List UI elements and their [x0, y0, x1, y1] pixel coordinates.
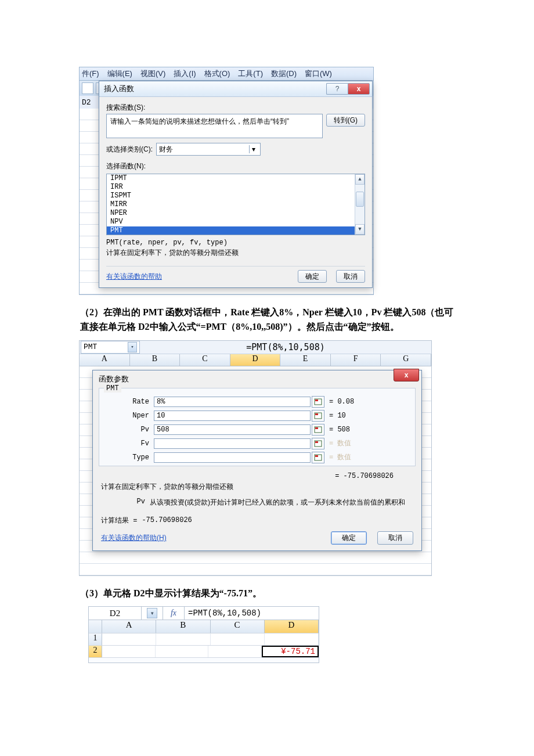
svg-rect-5: [315, 427, 318, 429]
cell-d2-result[interactable]: ¥-75.71: [262, 646, 319, 657]
cell[interactable]: [208, 646, 262, 657]
select-all-corner[interactable]: [89, 620, 102, 633]
list-item[interactable]: NPER: [107, 209, 365, 218]
arg-row-fv: Fv = 数值: [105, 437, 409, 451]
insert-function-dialog: 插入函数 ? x 搜索函数(S): 请输入一条简短的说明来描述您想做什么，然后单…: [99, 81, 373, 288]
figure-result: D2 ▾ fx =PMT(8%,10,508) A B C D 1 2 ¥-75…: [88, 606, 319, 663]
scrollbar[interactable]: ▲ ▼: [355, 174, 365, 235]
arg-label: Type: [105, 453, 154, 462]
formula-bar[interactable]: =PMT(8%,10,508): [140, 342, 431, 352]
cancel-button[interactable]: 取消: [336, 270, 365, 283]
col-header-selected[interactable]: D: [265, 620, 319, 633]
cell[interactable]: [156, 633, 210, 645]
arg-row-type: Type = 数值: [105, 451, 409, 465]
go-button[interactable]: 转到(G): [326, 114, 365, 127]
toolbar-icon[interactable]: [82, 82, 93, 94]
help-button[interactable]: ?: [326, 83, 348, 95]
col-header[interactable]: F: [331, 354, 381, 366]
scroll-up-icon[interactable]: ▲: [355, 174, 365, 185]
list-item[interactable]: NPV: [107, 218, 365, 226]
category-value: 财务: [159, 145, 173, 154]
arg-input-type[interactable]: [154, 452, 311, 463]
col-header-selected[interactable]: D: [230, 354, 281, 366]
cell[interactable]: [102, 633, 156, 645]
cancel-button[interactable]: 取消: [377, 531, 413, 545]
close-button[interactable]: x: [348, 83, 370, 95]
function-description: 计算在固定利率下，贷款的等额分期偿还额: [106, 248, 365, 258]
list-item[interactable]: IPMT: [107, 174, 365, 183]
name-box[interactable]: D2: [89, 607, 142, 620]
arg-input-nper[interactable]: [154, 411, 311, 421]
function-listbox[interactable]: IPMT IRR ISPMT MIRR NPER NPV PMT ▲ ▼: [106, 174, 365, 235]
name-box-value: D2: [82, 98, 91, 107]
menu-format[interactable]: 格式(O): [204, 69, 230, 79]
menu-window[interactable]: 窗口(W): [305, 69, 332, 79]
arg-label: Fv: [105, 440, 154, 448]
col-header[interactable]: G: [381, 354, 431, 366]
close-button[interactable]: x: [394, 369, 419, 381]
col-header[interactable]: B: [156, 620, 210, 633]
list-item[interactable]: MIRR: [107, 200, 365, 209]
pv-description-row: Pv 从该项投资(或贷款)开始计算时已经入账的款项，或一系列未来付款当前值的累积…: [93, 495, 421, 516]
arg-eq: = 0.08: [329, 398, 354, 406]
menu-file[interactable]: 件(F): [82, 69, 99, 79]
name-box-dropdown[interactable]: ▾: [142, 607, 163, 620]
select-function-label: 选择函数(N):: [106, 161, 365, 171]
arg-row-nper: Nper = 10: [105, 409, 409, 423]
list-item-selected[interactable]: PMT: [107, 226, 365, 235]
list-item[interactable]: IRR: [107, 183, 365, 192]
arg-input-fv[interactable]: [154, 438, 311, 449]
arg-input-rate[interactable]: [154, 397, 311, 407]
calc-label: 计算结果 =: [101, 516, 137, 525]
menu-insert[interactable]: 插入(I): [174, 69, 196, 79]
row-header-selected[interactable]: 2: [89, 646, 102, 657]
col-header[interactable]: A: [80, 354, 130, 366]
pv-description: 从该项投资(或贷款)开始计算时已经入账的款项，或一系列未来付款当前值的累积和: [150, 498, 410, 507]
menu-bar[interactable]: 件(F) 编辑(E) 视图(V) 插入(I) 格式(O) 工具(T) 数据(D)…: [79, 67, 374, 81]
range-select-icon[interactable]: [312, 424, 324, 435]
col-header[interactable]: E: [280, 354, 331, 366]
scroll-down-icon[interactable]: ▼: [355, 224, 365, 235]
svg-rect-7: [315, 441, 318, 443]
search-input[interactable]: 请输入一条简短的说明来描述您想做什么，然后单击“转到”: [106, 114, 323, 138]
help-link[interactable]: 有关该函数的帮助: [106, 272, 162, 282]
range-select-icon[interactable]: [312, 410, 324, 422]
menu-data[interactable]: 数据(D): [271, 69, 297, 79]
range-select-icon[interactable]: [312, 452, 324, 463]
range-select-icon[interactable]: [312, 438, 324, 449]
arg-eq: = 数值: [329, 452, 351, 462]
range-select-icon[interactable]: [312, 396, 324, 408]
chevron-down-icon: ▾: [249, 145, 258, 153]
col-header[interactable]: B: [130, 354, 181, 366]
menu-edit[interactable]: 编辑(E): [107, 69, 132, 79]
menu-view[interactable]: 视图(V): [140, 69, 165, 79]
list-item[interactable]: ISPMT: [107, 192, 365, 200]
paragraph-step3: （3）单元格 D2中显示计算结果为“-75.71”。: [80, 586, 454, 601]
chevron-down-icon: ▾: [147, 608, 157, 618]
scroll-thumb[interactable]: [356, 192, 364, 207]
row-header[interactable]: 1: [89, 633, 102, 645]
ok-button[interactable]: 确定: [331, 531, 367, 545]
svg-rect-9: [315, 455, 318, 457]
function-signature: PMT(rate, nper, pv, fv, type): [106, 239, 365, 247]
svg-rect-3: [315, 413, 318, 415]
cell[interactable]: [156, 646, 209, 657]
cell[interactable]: [211, 633, 265, 645]
formula-bar[interactable]: =PMT(8%,10,508): [185, 607, 319, 620]
paragraph-step2: （2）在弹出的 PMT 函数对话框中，Rate 栏键入8%，Nper 栏键入10…: [80, 305, 454, 334]
menu-tools[interactable]: 工具(T): [238, 69, 263, 79]
help-link[interactable]: 有关该函数的帮助(H): [101, 533, 167, 543]
col-header[interactable]: C: [211, 620, 265, 633]
cell[interactable]: [102, 646, 156, 657]
arg-row-rate: Rate = 0.08: [105, 395, 409, 409]
chevron-down-icon[interactable]: ▾: [128, 342, 137, 352]
cell[interactable]: [265, 633, 319, 645]
fx-icon[interactable]: fx: [163, 607, 185, 620]
arg-input-pv[interactable]: [154, 424, 311, 435]
dialog-title: 插入函数: [104, 84, 134, 94]
ok-button[interactable]: 确定: [298, 270, 327, 283]
col-header[interactable]: A: [102, 620, 156, 633]
category-combo[interactable]: 财务 ▾: [156, 143, 261, 156]
col-header[interactable]: C: [180, 354, 230, 366]
name-box[interactable]: PMT ▾: [81, 341, 140, 354]
